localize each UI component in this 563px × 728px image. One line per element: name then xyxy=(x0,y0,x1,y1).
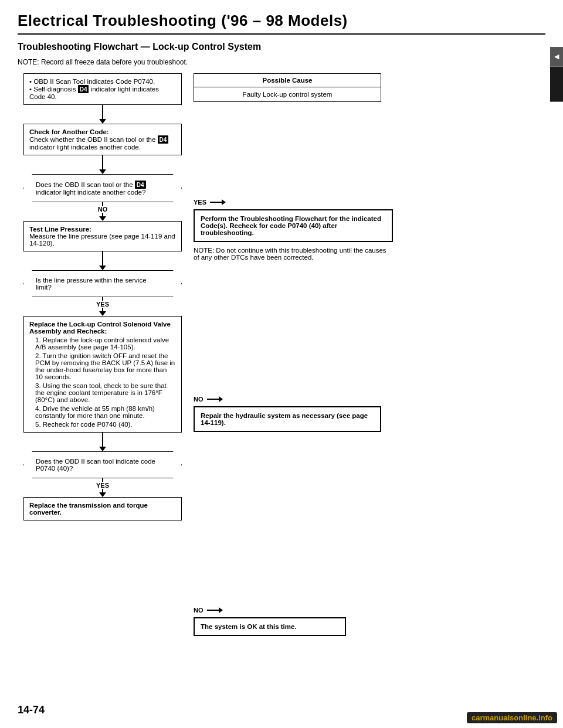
flowchart-area: • OBD II Scan Tool indicates Code P0740.… xyxy=(18,73,545,636)
rlb-item-5: 5. Recheck for code P0740 (40). xyxy=(35,421,176,428)
yes-branch-2: YES xyxy=(23,297,182,316)
perform-box: Perform the Troubleshooting Flowchart fo… xyxy=(194,209,393,242)
no-branch-1: NO xyxy=(23,202,182,221)
connector-3 xyxy=(102,251,103,266)
connector-4 xyxy=(102,433,103,447)
connector-2 xyxy=(102,155,103,169)
yes-right-connector: YES xyxy=(194,199,545,206)
sidebar-tab-2[interactable] xyxy=(550,67,563,102)
spacer-3 xyxy=(194,437,545,607)
no-arrow-3 xyxy=(219,607,223,613)
arrow-4 xyxy=(99,266,106,270)
perform-text: Perform the Troubleshooting Flowchart fo… xyxy=(201,215,381,236)
sidebar-tab-1[interactable]: ◀ xyxy=(550,47,563,67)
yes-label-2: YES xyxy=(23,301,182,308)
yes-label-3: YES xyxy=(23,482,182,489)
diamond-2-shape: Is the line pressure within the service … xyxy=(23,270,182,297)
rlb-title: Replace the Lock-up Control Solenoid Val… xyxy=(29,321,176,335)
yes-arrow-1 xyxy=(222,199,226,205)
possible-cause-section: Possible Cause Faulty Lock-up control sy… xyxy=(194,73,381,102)
arrow-1 xyxy=(99,119,106,124)
arrow-5 xyxy=(99,311,106,316)
start-line2: • Self-diagnosis D4 indicator light indi… xyxy=(29,85,176,100)
no-label-2-right: NO xyxy=(194,396,204,403)
spacer-1 xyxy=(194,108,545,199)
possible-cause-body: Faulty Lock-up control system xyxy=(194,87,381,102)
left-column: • OBD II Scan Tool indicates Code P0740.… xyxy=(18,73,188,521)
diamond-1-shape: Does the OBD II scan tool or the D4 indi… xyxy=(23,174,182,202)
tlp-title: Test Line Pressure: xyxy=(29,226,176,233)
arrow-3 xyxy=(99,216,106,221)
no-right-connector-2: NO xyxy=(194,396,545,403)
yes-hline-1 xyxy=(210,202,222,203)
system-ok-box: The system is OK at this time. xyxy=(194,617,346,636)
spacer-2 xyxy=(194,267,545,396)
arrow-6 xyxy=(99,447,106,451)
connector-1 xyxy=(102,105,103,119)
page-number: 14-74 xyxy=(18,704,45,716)
diamond-1: Does the OBD II scan tool or the D4 indi… xyxy=(23,174,182,202)
check-code-body: Check whether the OBD II scan tool or th… xyxy=(29,135,176,151)
no-hline-3 xyxy=(207,610,219,611)
d4-badge-2: D4 xyxy=(158,135,169,144)
yes-label-1-right: YES xyxy=(194,199,206,206)
rlb-item-4: 4. Drive the vehicle at 55 mph (88 km/h)… xyxy=(35,405,176,419)
diamond-2: Is the line pressure within the service … xyxy=(23,270,182,297)
no-arrow-2 xyxy=(219,396,223,402)
page-title: Electrical Troubleshooting ('96 – 98 Mod… xyxy=(18,12,545,30)
title-divider xyxy=(18,33,545,35)
repair-text: Repair the hydraulic system as necessary… xyxy=(201,412,368,426)
d4-badge-1: D4 xyxy=(78,85,89,93)
section-title: Troubleshooting Flowchart — Lock-up Cont… xyxy=(18,42,545,52)
test-line-pressure-box: Test Line Pressure: Measure the line pre… xyxy=(23,221,182,251)
note-text: NOTE: Record all freeze data before you … xyxy=(18,58,545,66)
rlb-item-3: 3. Using the scan tool, check to be sure… xyxy=(35,382,176,403)
diamond-3: Does the OBD II scan tool indicate code … xyxy=(23,451,182,478)
rlb-item-2: 2. Turn the ignition switch OFF and rese… xyxy=(35,352,176,380)
start-box: • OBD II Scan Tool indicates Code P0740.… xyxy=(23,73,182,105)
no-label-1: NO xyxy=(23,206,182,213)
system-ok-text: The system is OK at this time. xyxy=(201,623,297,630)
no-right-connector-3: NO xyxy=(194,607,545,614)
no-hline-2 xyxy=(207,399,219,400)
check-code-title: Check for Another Code: xyxy=(29,128,176,135)
watermark: carmanualsonline.info xyxy=(467,712,557,723)
d4-badge-3: D4 xyxy=(135,181,146,189)
arrow-2 xyxy=(99,169,106,174)
rt-text: Replace the transmission and torque conv… xyxy=(29,502,176,516)
possible-cause-header: Possible Cause xyxy=(194,73,381,87)
perform-note: NOTE: Do not continue with this troubles… xyxy=(194,247,393,261)
start-line1: • OBD II Scan Tool indicates Code P0740. xyxy=(29,78,176,85)
replace-transmission-box: Replace the transmission and torque conv… xyxy=(23,497,182,521)
no-label-3-right: NO xyxy=(194,607,204,614)
replace-lockup-box: Replace the Lock-up Control Solenoid Val… xyxy=(23,316,182,433)
repair-box: Repair the hydraulic system as necessary… xyxy=(194,406,381,432)
check-another-code-box: Check for Another Code: Check whether th… xyxy=(23,124,182,155)
yes-branch-3: YES xyxy=(23,478,182,497)
sidebar-tabs: ◀ xyxy=(550,47,563,102)
diamond-3-shape: Does the OBD II scan tool indicate code … xyxy=(23,451,182,478)
tlp-body: Measure the line pressure (see page 14-1… xyxy=(29,233,176,247)
arrow-7 xyxy=(99,492,106,497)
right-column: Possible Cause Faulty Lock-up control sy… xyxy=(188,73,545,636)
rlb-item-1: 1. Replace the lock-up control solenoid … xyxy=(35,336,176,351)
